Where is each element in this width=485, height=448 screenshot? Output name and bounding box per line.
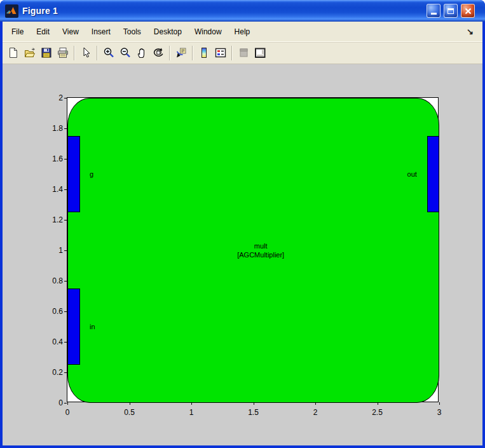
- minimize-button[interactable]: [427, 4, 441, 18]
- x-tick-label: 1.5: [248, 408, 259, 417]
- save-figure-button[interactable]: [38, 44, 55, 62]
- dock-figure-arrow-icon[interactable]: ↘: [467, 27, 480, 36]
- menu-item-window[interactable]: Window: [188, 25, 228, 39]
- close-icon: [465, 8, 472, 15]
- zoom-in-button[interactable]: [100, 44, 117, 62]
- pan-icon: [135, 46, 148, 59]
- menu-item-tools[interactable]: Tools: [117, 25, 147, 39]
- rotate-3d-icon: [152, 46, 165, 59]
- show-plot-tools-icon: [254, 46, 266, 59]
- y-tick-label: 1: [40, 246, 63, 255]
- menu-item-insert[interactable]: Insert: [85, 25, 117, 39]
- x-tick-label: 0: [65, 408, 70, 417]
- x-tick-label: 2: [313, 408, 318, 417]
- figure-window: Figure 1 FileEditViewInsertToolsDesktopW…: [0, 0, 485, 448]
- window-body: FileEditViewInsertToolsDesktopWindowHelp…: [3, 22, 482, 445]
- print-figure-button[interactable]: [55, 44, 71, 62]
- y-tick-label: 1.2: [40, 215, 63, 224]
- toolbar-separator: [192, 46, 193, 60]
- figure-toolbar: [3, 41, 482, 64]
- y-tick-mark: [64, 372, 67, 373]
- maximize-button[interactable]: [444, 4, 458, 18]
- minimize-icon: [431, 13, 437, 15]
- x-tick-mark: [130, 402, 130, 405]
- zoom-in-icon: [102, 46, 115, 59]
- y-tick-label: 1.6: [40, 154, 63, 163]
- pan-button[interactable]: [133, 44, 150, 62]
- hide-plot-tools-icon: [237, 46, 250, 59]
- y-tick-mark: [64, 342, 67, 343]
- window-controls: [427, 4, 480, 18]
- menu-item-desktop[interactable]: Desktop: [147, 25, 188, 39]
- y-tick-label: 0.2: [40, 368, 63, 377]
- x-tick-mark: [439, 402, 440, 405]
- x-tick-mark: [191, 402, 192, 405]
- y-tick-mark: [64, 403, 67, 404]
- menu-item-file[interactable]: File: [5, 25, 30, 39]
- x-tick-label: 1: [189, 408, 194, 417]
- toolbar-separator: [169, 46, 170, 60]
- y-tick-mark: [64, 98, 67, 98]
- port-label-out: out: [407, 170, 417, 179]
- insert-colorbar-button[interactable]: [196, 44, 212, 62]
- y-tick-mark: [64, 250, 67, 251]
- y-tick-label: 1.8: [40, 124, 63, 133]
- x-tick-mark: [67, 402, 68, 405]
- toolbar-separator: [231, 46, 233, 60]
- print-figure-icon: [57, 46, 69, 59]
- hide-plot-tools-button[interactable]: [235, 44, 252, 62]
- rotate-3d-button[interactable]: [150, 44, 167, 62]
- data-cursor-icon: [175, 46, 188, 59]
- y-tick-label: 1.4: [40, 185, 63, 194]
- x-tick-mark: [254, 402, 254, 405]
- figure-canvas: ginoutmult[AGCMultiplier]00.511.522.5300…: [3, 64, 482, 445]
- x-tick-mark: [378, 402, 378, 405]
- data-cursor-button[interactable]: [173, 44, 189, 62]
- y-tick-mark: [64, 220, 67, 221]
- window-title: Figure 1: [22, 6, 58, 16]
- port-in: [67, 288, 80, 365]
- pointer-button[interactable]: [78, 44, 94, 62]
- y-tick-mark: [64, 128, 67, 129]
- zoom-out-button[interactable]: [117, 44, 133, 62]
- toolbar-separator: [74, 46, 75, 60]
- open-file-icon: [24, 46, 36, 59]
- save-figure-icon: [40, 46, 53, 59]
- pointer-icon: [79, 46, 92, 59]
- menu-item-help[interactable]: Help: [228, 25, 257, 39]
- port-g: [67, 136, 80, 212]
- x-tick-label: 2.5: [372, 408, 383, 417]
- show-plot-tools-button[interactable]: [252, 44, 268, 62]
- menu-item-view[interactable]: View: [56, 25, 85, 39]
- close-button[interactable]: [461, 4, 475, 18]
- y-tick-mark: [64, 281, 67, 282]
- block-label: mult[AGCMultiplier]: [237, 241, 284, 259]
- toolbar-separator: [97, 46, 98, 60]
- open-file-button[interactable]: [22, 44, 38, 62]
- insert-legend-button[interactable]: [212, 44, 229, 62]
- plot-axes: ginoutmult[AGCMultiplier]00.511.522.5300…: [67, 97, 439, 402]
- port-label-in: in: [90, 322, 95, 331]
- zoom-out-icon: [119, 46, 132, 59]
- x-tick-mark: [315, 402, 316, 405]
- y-tick-mark: [64, 189, 67, 190]
- y-tick-label: 0.4: [40, 337, 63, 346]
- menu-item-edit[interactable]: Edit: [30, 25, 56, 39]
- new-document-button[interactable]: [5, 44, 22, 62]
- y-tick-mark: [64, 311, 67, 312]
- x-tick-label: 3: [437, 408, 442, 417]
- menu-bar: FileEditViewInsertToolsDesktopWindowHelp…: [3, 22, 482, 41]
- y-tick-label: 0.8: [40, 276, 63, 285]
- maximize-icon: [447, 8, 454, 14]
- y-tick-label: 0: [40, 398, 63, 407]
- y-tick-mark: [64, 159, 67, 160]
- matlab-logo-icon: [5, 4, 18, 18]
- insert-colorbar-icon: [198, 46, 210, 59]
- insert-legend-icon: [214, 46, 227, 59]
- port-label-g: g: [90, 170, 93, 179]
- title-bar[interactable]: Figure 1: [0, 0, 485, 22]
- port-out: [427, 136, 440, 212]
- x-tick-label: 0.5: [124, 408, 135, 417]
- y-tick-label: 0.6: [40, 307, 63, 316]
- menu-items: FileEditViewInsertToolsDesktopWindowHelp: [5, 25, 256, 39]
